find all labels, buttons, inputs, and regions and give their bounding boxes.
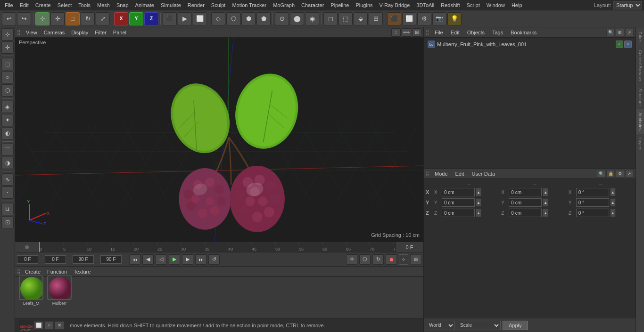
scale-tool-button[interactable]: ⤢: [96, 12, 110, 25]
lp-bend-btn[interactable]: ⌒: [1, 144, 14, 156]
mat-menu-create[interactable]: Create: [22, 268, 43, 275]
status-icon-2[interactable]: ○: [44, 321, 54, 330]
material-item-leafs[interactable]: Leafs_M: [19, 275, 43, 306]
viewport-btn-2[interactable]: ▶: [178, 12, 192, 25]
menu-edit[interactable]: Edit: [17, 1, 32, 9]
play-button[interactable]: ▶: [169, 254, 180, 265]
layout-select[interactable]: Startup: [613, 1, 642, 9]
step-back-button[interactable]: ◀: [142, 254, 154, 265]
menu-plugins[interactable]: Plugins: [353, 1, 375, 9]
menu-script[interactable]: Script: [464, 1, 483, 9]
attr-settings-btn[interactable]: ⚙: [616, 170, 624, 178]
lp-skin-btn[interactable]: ⬝: [1, 186, 14, 199]
tab-takes[interactable]: Takes: [636, 28, 644, 46]
viewport-btn-3[interactable]: ⬜: [193, 12, 207, 25]
attr-y-rot-input[interactable]: [576, 198, 609, 207]
attr-expand-btn[interactable]: ↗: [625, 170, 634, 178]
record-button[interactable]: ⏺: [386, 254, 397, 265]
rotate-tool-button[interactable]: ↻: [81, 12, 95, 25]
brush-tool-btn[interactable]: ⬤: [290, 12, 304, 25]
frame-end-input[interactable]: [100, 255, 122, 264]
lp-light-btn[interactable]: ✦: [1, 114, 14, 126]
light-btn[interactable]: 💡: [447, 12, 462, 25]
axis-x-button[interactable]: X: [114, 12, 128, 25]
snap-btn-1[interactable]: ◻: [323, 12, 338, 25]
vp-menu-filter[interactable]: Filter: [92, 29, 109, 36]
vp-menu-view[interactable]: View: [23, 29, 40, 36]
menu-file[interactable]: File: [2, 1, 16, 9]
lp-obj-btn[interactable]: ◻: [1, 58, 14, 70]
attr-x-rot-arrow[interactable]: ▲: [610, 188, 616, 196]
menu-simulate[interactable]: Simulate: [158, 1, 184, 9]
snap-keys-button[interactable]: ⬡: [359, 254, 371, 265]
redo-button[interactable]: ↪: [17, 12, 31, 25]
lp-select-btn[interactable]: ⊹: [1, 28, 14, 40]
attr-y-rot-arrow[interactable]: ▲: [610, 198, 616, 207]
attr-x-size-input[interactable]: [509, 188, 542, 196]
tab-attributes[interactable]: Attributes: [636, 109, 644, 134]
axis-z-button[interactable]: Z: [144, 12, 158, 25]
timeline-options-btn[interactable]: ⊞: [410, 254, 421, 265]
snap-btn-2[interactable]: ⬚: [339, 12, 353, 25]
timeline-ruler[interactable]: 0 5 10 15 20 25 30 35 40 45 50 55: [39, 242, 395, 252]
attr-btn-userdata[interactable]: User Data: [469, 170, 498, 177]
vp-menu-panel[interactable]: Panel: [110, 29, 129, 36]
menu-window[interactable]: Window: [484, 1, 508, 9]
menu-pipeline[interactable]: Pipeline: [328, 1, 352, 9]
scale-select[interactable]: Scale Absolute Scale: [457, 321, 501, 330]
vp-ctrl-3[interactable]: ⊞: [412, 28, 421, 37]
undo-button[interactable]: ↩: [2, 12, 16, 25]
tab-content-browser[interactable]: Content Browser: [636, 47, 644, 85]
om-item-mulberry[interactable]: Lo Mulberry_Fruit_Pink_with_Leaves_001 ✓…: [426, 40, 634, 49]
om-tag-2[interactable]: ⚙: [624, 40, 632, 48]
menu-vray[interactable]: V-Ray Bridge: [377, 1, 413, 9]
status-icon-1[interactable]: ⬜: [34, 321, 43, 330]
lp-material-btn[interactable]: ◐: [1, 127, 14, 139]
render-btn[interactable]: ⬛: [387, 12, 401, 25]
attr-z-pos-input[interactable]: [442, 209, 475, 217]
menu-help[interactable]: Help: [509, 1, 525, 9]
status-icon-3[interactable]: ✕: [55, 321, 64, 330]
attr-x-pos-arrow[interactable]: ▲: [476, 188, 481, 196]
attr-x-pos-input[interactable]: [442, 188, 475, 196]
move-tool-button[interactable]: ✛: [50, 12, 65, 25]
point-tool-btn[interactable]: ⬟: [256, 12, 271, 25]
menu-mograph[interactable]: MoGraph: [270, 1, 297, 9]
menu-create[interactable]: Create: [33, 1, 54, 9]
vp-menu-cameras[interactable]: Cameras: [41, 29, 68, 36]
auto-key-button[interactable]: ↻: [372, 254, 384, 265]
lp-camera-btn[interactable]: ◈: [1, 101, 14, 113]
poly-tool-btn[interactable]: ⬡: [226, 12, 240, 25]
current-frame-input[interactable]: [17, 255, 38, 264]
menu-render[interactable]: Render: [185, 1, 207, 9]
snap-btn-3[interactable]: ⬙: [354, 12, 368, 25]
attr-btn-edit[interactable]: Edit: [453, 170, 467, 177]
lp-boole-btn[interactable]: ◑: [1, 157, 14, 169]
attr-y-pos-input[interactable]: [442, 198, 475, 207]
om-btn-edit[interactable]: Edit: [448, 29, 462, 36]
lp-group-btn[interactable]: ⊡: [1, 216, 14, 228]
lp-null-btn[interactable]: ○: [1, 71, 14, 83]
lp-spline-btn[interactable]: ∿: [1, 173, 14, 186]
attr-z-size-arrow[interactable]: ▲: [543, 209, 548, 217]
move-keys-button[interactable]: ✛: [346, 254, 357, 265]
go-end-button[interactable]: ⏭: [195, 254, 206, 265]
om-search-btn[interactable]: 🔍: [606, 29, 615, 36]
box-tool-button[interactable]: □: [66, 12, 80, 25]
step-forward-button[interactable]: ▶: [182, 254, 193, 265]
lp-move-btn[interactable]: ✛: [1, 41, 14, 54]
attr-x-size-arrow[interactable]: ▲: [543, 188, 548, 196]
edge-tool-btn[interactable]: ⬢: [241, 12, 256, 25]
menu-motion-tracker[interactable]: Motion Tracker: [229, 1, 269, 9]
menu-select[interactable]: Select: [55, 1, 75, 9]
menu-tools[interactable]: Tools: [75, 1, 93, 9]
world-select[interactable]: World Object Camera: [426, 321, 455, 330]
go-start-button[interactable]: ⏮: [129, 254, 140, 265]
loop-button[interactable]: ↺: [208, 254, 220, 265]
attr-lock-btn[interactable]: 🔒: [606, 170, 615, 178]
tab-layers[interactable]: Layers: [636, 134, 644, 154]
menu-snap[interactable]: Snap: [114, 1, 132, 9]
object-tool-btn[interactable]: ◇: [211, 12, 225, 25]
om-filter-btn[interactable]: ⊞: [616, 29, 624, 36]
om-btn-objects[interactable]: Objects: [464, 29, 487, 36]
